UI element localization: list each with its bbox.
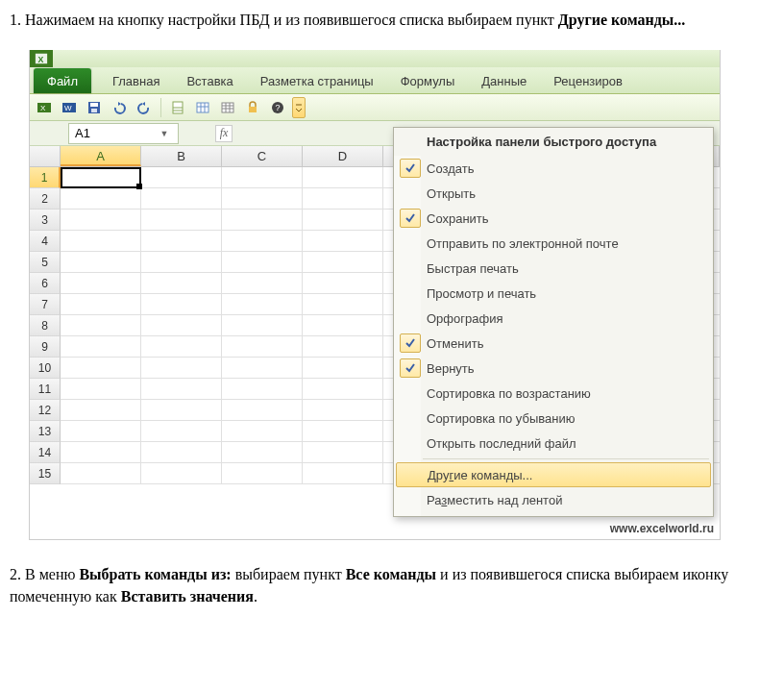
cell[interactable] — [141, 463, 222, 484]
row-header[interactable]: 2 — [30, 188, 61, 210]
cell[interactable] — [61, 252, 141, 273]
save-icon[interactable] — [84, 97, 105, 118]
menu-more-commands[interactable]: Другие команды... — [396, 462, 711, 487]
tab-formulas[interactable]: Формулы — [387, 68, 469, 93]
chevron-down-icon[interactable]: ▼ — [157, 129, 172, 138]
cell[interactable] — [222, 336, 303, 358]
qat-doc-icon[interactable] — [167, 97, 188, 118]
row-header[interactable]: 14 — [30, 442, 61, 463]
qat-excel-icon[interactable]: X — [34, 97, 55, 118]
cell[interactable] — [303, 210, 383, 231]
cell[interactable] — [61, 358, 141, 379]
tab-insert[interactable]: Вставка — [173, 68, 246, 93]
cell[interactable] — [141, 336, 222, 358]
menu-item[interactable]: Сортировка по убыванию — [394, 406, 713, 431]
qat-customize-button[interactable] — [292, 97, 306, 118]
cell[interactable] — [222, 400, 303, 421]
name-box[interactable]: A1 ▼ — [68, 123, 179, 144]
cell[interactable] — [61, 421, 141, 442]
qat-help-icon[interactable]: ? — [267, 97, 288, 118]
row-header[interactable]: 12 — [30, 400, 61, 421]
col-header-b[interactable]: B — [141, 146, 222, 166]
row-header[interactable]: 7 — [30, 294, 61, 315]
cell[interactable] — [222, 442, 303, 463]
cell[interactable] — [222, 210, 303, 231]
select-all-corner[interactable] — [30, 146, 61, 166]
menu-item[interactable]: Сортировка по возрастанию — [394, 381, 713, 406]
cell[interactable] — [303, 167, 383, 188]
fx-icon[interactable]: fx — [215, 125, 233, 142]
cell[interactable] — [303, 463, 383, 484]
cell[interactable] — [303, 379, 383, 400]
cell[interactable] — [303, 336, 383, 358]
cell[interactable] — [141, 315, 222, 336]
cell[interactable] — [222, 463, 303, 484]
cell[interactable] — [303, 358, 383, 379]
menu-item[interactable]: Сохранить — [394, 206, 713, 231]
qat-table-icon[interactable] — [192, 97, 213, 118]
cell[interactable] — [222, 252, 303, 273]
formula-input[interactable] — [238, 124, 382, 143]
cell[interactable] — [303, 315, 383, 336]
cell[interactable] — [222, 188, 303, 210]
row-header[interactable]: 9 — [30, 336, 61, 358]
cell[interactable] — [141, 294, 222, 315]
cell[interactable] — [61, 315, 141, 336]
tab-data[interactable]: Данные — [468, 68, 540, 93]
cell[interactable] — [61, 231, 141, 252]
cell[interactable] — [141, 273, 222, 294]
cell[interactable] — [222, 273, 303, 294]
cell[interactable] — [303, 400, 383, 421]
menu-item[interactable]: Отправить по электронной почте — [394, 231, 713, 256]
cell[interactable] — [141, 167, 222, 188]
cell[interactable] — [61, 273, 141, 294]
cell[interactable] — [222, 315, 303, 336]
col-header-c[interactable]: C — [222, 146, 303, 166]
row-header[interactable]: 13 — [30, 421, 61, 442]
row-header[interactable]: 8 — [30, 315, 61, 336]
row-header[interactable]: 15 — [30, 463, 61, 484]
row-header[interactable]: 3 — [30, 210, 61, 231]
col-header-a[interactable]: A — [61, 146, 141, 166]
menu-item[interactable]: Просмотр и печать — [394, 281, 713, 306]
cell[interactable] — [141, 421, 222, 442]
row-header[interactable]: 11 — [30, 379, 61, 400]
qat-lock-icon[interactable] — [242, 97, 263, 118]
cell[interactable] — [303, 231, 383, 252]
cell[interactable] — [61, 188, 141, 210]
menu-place-above-ribbon[interactable]: Разместить над лентой — [394, 487, 713, 512]
cell[interactable] — [141, 252, 222, 273]
file-tab[interactable]: Файл — [34, 68, 91, 93]
redo-icon[interactable] — [134, 97, 155, 118]
qat-grid-icon[interactable] — [217, 97, 238, 118]
menu-item[interactable]: Открыть последний файл — [394, 431, 713, 456]
tab-review[interactable]: Рецензиров — [540, 68, 636, 93]
cell[interactable] — [141, 400, 222, 421]
menu-item[interactable]: Создать — [394, 156, 713, 181]
cell[interactable] — [141, 358, 222, 379]
row-header[interactable]: 1 — [30, 167, 61, 188]
tab-page-layout[interactable]: Разметка страницы — [247, 68, 387, 93]
col-header-d[interactable]: D — [303, 146, 383, 166]
cell[interactable] — [303, 252, 383, 273]
cell[interactable] — [303, 294, 383, 315]
cell[interactable] — [61, 167, 141, 188]
cell[interactable] — [141, 442, 222, 463]
cell[interactable] — [61, 442, 141, 463]
cell[interactable] — [303, 273, 383, 294]
cell[interactable] — [61, 463, 141, 484]
menu-item[interactable]: Орфография — [394, 306, 713, 331]
cell[interactable] — [222, 358, 303, 379]
cell[interactable] — [61, 336, 141, 358]
undo-icon[interactable] — [109, 97, 130, 118]
row-header[interactable]: 6 — [30, 273, 61, 294]
cell[interactable] — [303, 188, 383, 210]
row-header[interactable]: 4 — [30, 231, 61, 252]
row-header[interactable]: 5 — [30, 252, 61, 273]
cell[interactable] — [303, 421, 383, 442]
cell[interactable] — [222, 379, 303, 400]
menu-item[interactable]: Вернуть — [394, 356, 713, 381]
cell[interactable] — [141, 210, 222, 231]
row-header[interactable]: 10 — [30, 358, 61, 379]
cell[interactable] — [141, 188, 222, 210]
